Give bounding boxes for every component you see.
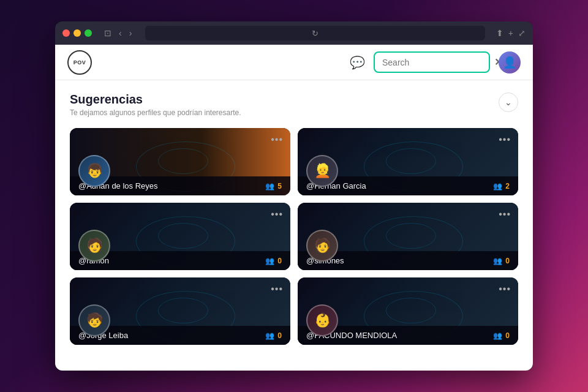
card-menu-5[interactable]: ••• <box>271 284 283 295</box>
card-avatar-container-1: 👦 <box>78 155 110 187</box>
card-followers-4: 👥 0 <box>493 257 510 265</box>
traffic-lights <box>62 29 92 37</box>
followers-icon-4: 👥 <box>493 257 502 265</box>
fullscreen-icon[interactable]: ⤢ <box>518 28 526 38</box>
search-box[interactable]: ✕ <box>374 51 490 73</box>
card-avatar-2: 👱 <box>306 155 338 187</box>
profile-card-4[interactable]: ••• 🧑 @simones 👥 0 <box>298 203 518 270</box>
card-avatar-container-2: 👱 <box>306 155 338 187</box>
card-avatar-4: 🧑 <box>306 230 338 262</box>
collapse-button[interactable]: ⌄ <box>499 92 518 112</box>
refresh-icon: ↻ <box>312 29 318 38</box>
avatar-emoji-6: 👶 <box>314 312 331 328</box>
avatar-emoji-5: 🧒 <box>86 312 103 328</box>
followers-count-4: 0 <box>505 257 510 265</box>
card-menu-3[interactable]: ••• <box>271 209 283 220</box>
card-followers-5: 👥 0 <box>265 331 282 340</box>
browser-window: ⊡ ‹ › ↻ ⬆ + ⤢ POV 💬 ✕ 👤 <box>55 21 533 371</box>
avatar-emoji-3: 🧑 <box>86 238 103 254</box>
followers-count-6: 0 <box>505 331 510 340</box>
profile-card-2[interactable]: ••• 👱 @Hernan Garcia 👥 2 <box>298 128 518 195</box>
followers-count-1: 5 <box>277 182 282 190</box>
followers-icon-5: 👥 <box>265 331 274 340</box>
navbar: POV 💬 ✕ 👤 <box>55 45 533 80</box>
card-menu-6[interactable]: ••• <box>499 284 511 295</box>
card-avatar-6: 👶 <box>306 304 338 336</box>
profile-card-1[interactable]: ••• 👦 @Adrian de los Reyes 👥 5 <box>70 128 290 195</box>
followers-count-3: 0 <box>277 257 282 265</box>
card-avatar-5: 🧒 <box>78 304 110 336</box>
dot-green[interactable] <box>85 29 92 37</box>
suggestions-subtitle: Te dejamos algunos perfiles que podrían … <box>70 108 241 117</box>
card-followers-3: 👥 0 <box>265 257 282 265</box>
dot-yellow[interactable] <box>74 29 81 37</box>
card-followers-2: 👥 2 <box>493 182 510 190</box>
browser-actions: ⬆ + ⤢ <box>496 28 526 38</box>
share-icon[interactable]: ⬆ <box>496 28 503 38</box>
cards-grid: ••• 👦 @Adrian de los Reyes 👥 5 <box>70 128 518 345</box>
followers-icon-1: 👥 <box>265 182 274 190</box>
profile-card-5[interactable]: ••• 🧒 @Jorge Leiba 👥 0 <box>70 277 290 345</box>
card-avatar-container-3: 🧑 <box>78 230 110 262</box>
card-avatar-3: 🧑 <box>78 230 110 262</box>
user-avatar[interactable]: 👤 <box>499 51 521 74</box>
avatar-emoji-4: 🧑 <box>314 238 331 254</box>
avatar-emoji-1: 👦 <box>86 163 103 179</box>
card-avatar-container-5: 🧒 <box>78 304 110 336</box>
followers-icon-2: 👥 <box>493 182 502 190</box>
browser-controls: ⊡ ‹ › <box>102 27 134 39</box>
nav-right: 💬 ✕ 👤 <box>350 51 521 74</box>
main-content: Sugerencias Te dejamos algunos perfiles … <box>55 80 533 357</box>
suggestions-header: Sugerencias Te dejamos algunos perfiles … <box>70 92 518 117</box>
card-avatar-1: 👦 <box>78 155 110 187</box>
back-button[interactable]: ‹ <box>116 27 124 39</box>
chat-icon[interactable]: 💬 <box>350 55 365 70</box>
card-followers-1: 👥 5 <box>265 182 282 190</box>
card-avatar-container-6: 👶 <box>306 304 338 336</box>
followers-icon-3: 👥 <box>265 257 274 265</box>
card-avatar-container-4: 🧑 <box>306 230 338 262</box>
user-avatar-icon: 👤 <box>503 56 516 69</box>
suggestions-text-group: Sugerencias Te dejamos algunos perfiles … <box>70 92 241 117</box>
app-logo[interactable]: POV <box>67 50 92 75</box>
window-icon[interactable]: ⊡ <box>102 27 114 39</box>
add-tab-icon[interactable]: + <box>508 28 513 38</box>
card-menu-1[interactable]: ••• <box>271 134 283 145</box>
app-content: POV 💬 ✕ 👤 Sugerencias Te dejamos algunos… <box>55 45 533 371</box>
search-input[interactable] <box>382 58 489 67</box>
card-followers-6: 👥 0 <box>493 331 510 340</box>
forward-button[interactable]: › <box>127 27 135 39</box>
card-menu-2[interactable]: ••• <box>499 134 511 145</box>
followers-count-2: 2 <box>505 182 510 190</box>
profile-card-3[interactable]: ••• 🧑 @ramon 👥 0 <box>70 203 290 270</box>
url-bar[interactable]: ↻ <box>145 26 484 40</box>
browser-chrome: ⊡ ‹ › ↻ ⬆ + ⤢ <box>55 21 533 45</box>
followers-count-5: 0 <box>277 331 282 340</box>
dot-red[interactable] <box>62 29 70 37</box>
card-menu-4[interactable]: ••• <box>499 209 511 220</box>
followers-icon-6: 👥 <box>493 331 502 340</box>
suggestions-title: Sugerencias <box>70 92 241 107</box>
avatar-emoji-2: 👱 <box>314 163 331 179</box>
profile-card-6[interactable]: ••• 👶 @FACUNDO MENDIOLA 👥 0 <box>298 277 518 345</box>
